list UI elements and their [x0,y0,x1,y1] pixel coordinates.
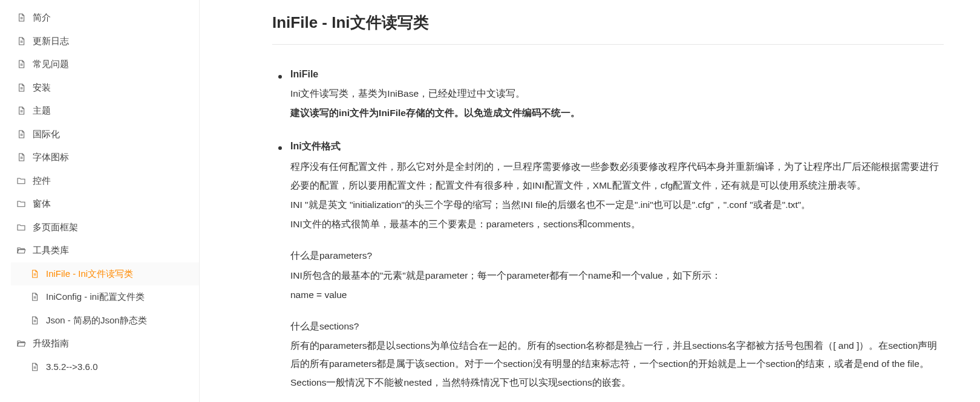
paragraph: 什么是sections? [290,317,944,336]
nav-item-13[interactable]: Json - 简易的Json静态类 [11,309,199,332]
paragraph: INI文件的格式很简单，最基本的三个要素是：parameters，section… [290,215,944,233]
bullet-list: IniFileIni文件读写类，基类为IniBase，已经处理过中文读写。建议读… [272,69,944,392]
nav-item-label: 工具类库 [33,244,69,258]
nav-item-label: Json - 简易的Json静态类 [46,314,147,328]
bullet-title: IniFile [290,69,944,80]
bullet-title: Ini文件格式 [290,140,944,153]
article-body: IniFileIni文件读写类，基类为IniBase，已经处理过中文读写。建议读… [272,69,944,392]
nav-item-label: IniConfig - ini配置文件类 [46,290,145,304]
paragraph: INI所包含的最基本的"元素"就是parameter；每一个parameter都… [290,267,944,285]
nav-item-label: 更新日志 [33,34,69,48]
doc-icon [29,361,40,372]
nav-item-11[interactable]: IniFile - Ini文件读写类 [11,262,199,286]
nav-item-1[interactable]: 更新日志 [11,30,199,53]
nav-item-label: 窗体 [33,197,51,211]
main-content: IniFile - Ini文件读写类 IniFileIni文件读写类，基类为In… [200,0,980,402]
nav-item-label: 控件 [33,174,51,188]
nav-item-6[interactable]: 字体图标 [11,146,199,169]
doc-icon [29,315,40,326]
nav-item-label: 常见问题 [33,57,69,71]
folder-open-icon [16,245,27,256]
paragraph: Ini文件读写类，基类为IniBase，已经处理过中文读写。 [290,85,944,103]
nav-item-label: 升级指南 [33,337,69,351]
bullet-item: Ini文件格式程序没有任何配置文件，那么它对外是全封闭的，一旦程序需要修改一些参… [290,140,944,391]
doc-icon [29,268,40,279]
nav-item-12[interactable]: IniConfig - ini配置文件类 [11,285,199,309]
doc-icon [16,12,27,23]
folder-icon [16,222,27,233]
doc-icon [16,152,27,163]
nav-item-3[interactable]: 安装 [11,76,199,100]
paragraph: 程序没有任何配置文件，那么它对外是全封闭的，一旦程序需要修改一些参数必须要修改程… [290,158,944,194]
nav-item-0[interactable]: 简介 [11,6,199,30]
nav-item-14[interactable]: 升级指南 [11,332,199,355]
doc-icon [29,291,40,302]
nav-item-label: 国际化 [33,128,60,141]
paragraph: 建议读写的ini文件为IniFile存储的文件。以免造成文件编码不统一。 [290,104,944,122]
doc-icon [16,105,27,116]
nav-item-label: 3.5.2-->3.6.0 [46,360,97,374]
nav-item-7[interactable]: 控件 [11,169,199,193]
paragraph: name = value [290,286,944,304]
sub-block: 什么是sections?所有的parameters都是以sections为单位结… [290,317,944,392]
doc-icon [16,36,27,47]
doc-icon [16,82,27,93]
folder-icon [16,175,27,186]
nav-item-2[interactable]: 常见问题 [11,53,199,76]
paragraph: 什么是parameters? [290,247,944,265]
folder-icon [16,198,27,209]
sidebar: 简介更新日志常见问题安装主题国际化字体图标控件窗体多页面框架工具类库IniFil… [0,0,200,402]
nav-item-4[interactable]: 主题 [11,99,199,123]
nav-item-label: 简介 [33,11,51,25]
sub-block: 什么是parameters?INI所包含的最基本的"元素"就是parameter… [290,247,944,304]
nav-item-8[interactable]: 窗体 [11,192,199,216]
nav-item-label: IniFile - Ini文件读写类 [46,267,133,281]
page-title: IniFile - Ini文件读写类 [272,12,944,45]
paragraph: INI "就是英文 "initialization"的头三个字母的缩写；当然IN… [290,196,944,214]
doc-icon [16,129,27,140]
folder-open-icon [16,338,27,349]
bullet-item: IniFileIni文件读写类，基类为IniBase，已经处理过中文读写。建议读… [290,69,944,122]
paragraph: 所有的parameters都是以sections为单位结合在一起的。所有的sec… [290,337,944,392]
nav-item-label: 多页面框架 [33,221,78,235]
nav-item-15[interactable]: 3.5.2-->3.6.0 [11,355,199,379]
nav-item-10[interactable]: 工具类库 [11,239,199,262]
nav-item-5[interactable]: 国际化 [11,123,199,146]
doc-icon [16,59,27,70]
nav-item-label: 主题 [33,104,51,118]
nav-item-label: 字体图标 [33,151,69,164]
nav-item-9[interactable]: 多页面框架 [11,216,199,239]
nav-item-label: 安装 [33,81,51,95]
